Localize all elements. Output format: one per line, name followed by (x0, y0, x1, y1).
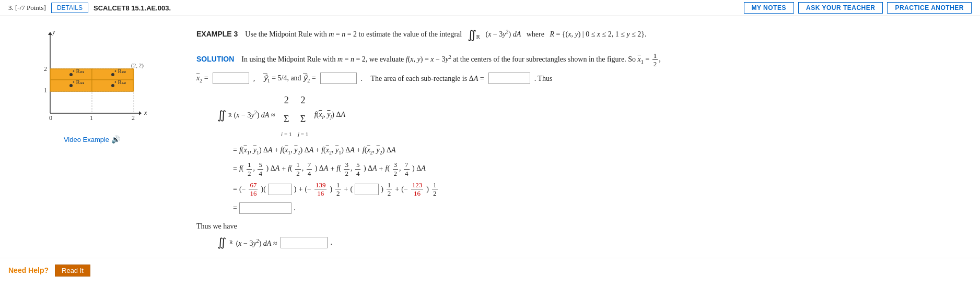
points-label: 3. [-/7 Points] (8, 4, 46, 12)
final-answer-input[interactable] (239, 202, 291, 214)
final-eq-row: = . (233, 201, 972, 215)
graph-svg: • R₁₁ • R₁₂ • R₂₁ • R₂₂ (2, 2) 0 1 2 x y… (29, 25, 155, 129)
thus-we-have-line: Thus we have (196, 220, 972, 233)
box1-input[interactable] (268, 184, 292, 195)
equals2: = (233, 162, 237, 176)
problem-id: SCALCET8 15.1.AE.003. (94, 4, 171, 12)
example-header: EXAMPLE 3 Use the Midpoint Rule with m =… (196, 25, 972, 45)
computed-row: = (− 67 16 )( ) + (− 139 16 ) 1 2 (233, 181, 972, 198)
period1: . (361, 72, 363, 85)
video-link[interactable]: Video Example 🔊 (64, 135, 120, 143)
frac-67-16: 67 16 (249, 181, 258, 198)
thus-we-have-label: Thus we have (196, 222, 237, 230)
label-R22: • R₂₂ (114, 68, 126, 74)
example-intro: Use the Midpoint Rule with m = n = 2 to … (245, 30, 463, 38)
audio-icon: 🔊 (111, 135, 120, 143)
ask-teacher-button[interactable]: ASK YOUR TEACHER (798, 2, 883, 14)
final-int-sub-R: R (229, 239, 233, 245)
f-term4: f( 32, 74 ) ΔA (386, 161, 426, 177)
half1: 1 2 (335, 181, 341, 198)
x-origin: 0 (49, 114, 52, 122)
x2-input[interactable] (213, 73, 249, 84)
solution-line1: SOLUTION In using the Midpoint Rule with… (196, 52, 972, 68)
f-term1: f( 12, 54 ) ΔA (239, 161, 279, 177)
main-content: • R₁₁ • R₁₂ • R₂₁ • R₂₂ (2, 2) 0 1 2 x y… (0, 16, 980, 258)
y-2-label: 2 (44, 65, 47, 73)
point-22-label: (2, 2) (131, 62, 144, 69)
double-integral-symbol: ∬ (468, 28, 476, 41)
practice-another-button[interactable]: PRACTICE ANOTHER (887, 2, 972, 14)
half2: 1 2 (387, 181, 392, 198)
expansion-row: = f(x1, y1) ΔA + f(x1, y2) ΔA + f(x2, y1… (233, 143, 972, 158)
final-integral-row: ∬R (x − 3y2) dA ≈ . (217, 236, 972, 249)
sum-i: 2 Σ i = 1 (281, 91, 291, 140)
expansion-terms: f(x1, y1) ΔA + f(x1, y2) ΔA + f(x2, y1) … (239, 143, 396, 158)
frac-123-16: 123 16 (411, 181, 424, 198)
y2-input[interactable] (320, 73, 357, 84)
x-axis-arrow (139, 111, 142, 115)
sum-equation-block: ∬R (x − 3y2) dA ≈ 2 Σ i = 1 2 Σ j = 1 f(… (217, 91, 972, 215)
need-help-bar: Need Help? Read It (0, 258, 980, 283)
equals1: = (233, 143, 237, 158)
x-axis-label: x (144, 109, 147, 116)
label-R12: • R₁₂ (114, 79, 126, 85)
y-axis-arrow (48, 32, 52, 35)
f-sum-term: f(xi, yj) ΔA (314, 107, 345, 123)
half3: 1 2 (432, 181, 438, 198)
x-1-label: 1 (90, 114, 93, 122)
x2-bar-eq: x2 = (196, 71, 208, 86)
y-1-label: 1 (44, 87, 47, 94)
paren-open1: (− (239, 182, 246, 197)
top-bar: 3. [-/7 Points] DETAILS SCALCET8 15.1.AE… (0, 0, 980, 16)
integrand2: (x − 3y2) dA ≈ (234, 107, 275, 123)
comma1: , (253, 72, 255, 85)
integral-sub-R: R (476, 33, 480, 40)
need-help-label: Need Help? (8, 266, 49, 274)
x-2-label: 2 (132, 114, 135, 122)
delta-a-input[interactable] (488, 73, 530, 84)
video-label: Video Example (64, 136, 109, 143)
f-term3: f( 32, 54 ) ΔA (336, 161, 377, 177)
numeric-row: = f( 12, 54 ) ΔA + f( 12, 74 ) ΔA + f( (233, 161, 972, 177)
graph-container: • R₁₁ • R₁₂ • R₂₁ • R₂₂ (2, 2) 0 1 2 x y… (29, 25, 155, 129)
right-panel: EXAMPLE 3 Use the Midpoint Rule with m =… (186, 25, 972, 249)
my-notes-button[interactable]: MY NOTES (744, 2, 794, 14)
read-it-button[interactable]: Read It (55, 265, 90, 277)
final-integrand: (x − 3y2) dA ≈ (236, 238, 277, 248)
left-panel: • R₁₁ • R₁₂ • R₂₁ • R₂₂ (2, 2) 0 1 2 x y… (8, 25, 176, 249)
details-button[interactable]: DETAILS (51, 3, 88, 13)
integrand: (x − 3y2) dA (485, 30, 521, 38)
y1-bar-eq: ȳ1 = 5/4, and ȳ2 = (263, 71, 316, 86)
y-axis-label: y (52, 28, 55, 35)
frac-139-16: 139 16 (314, 181, 327, 198)
final-integral-input[interactable] (281, 237, 328, 248)
x1-bar: x1 = 12, (638, 55, 661, 63)
top-bar-right: MY NOTES ASK YOUR TEACHER PRACTICE ANOTH… (744, 2, 972, 14)
double-int-approx: ∬ (217, 104, 226, 127)
label-R21: • R₂₁ (73, 68, 84, 74)
final-double-int: ∬ (217, 236, 226, 249)
solution-line2: x2 = , ȳ1 = 5/4, and ȳ2 = . The area of … (196, 71, 972, 86)
top-bar-left: 3. [-/7 Points] DETAILS SCALCET8 15.1.AE… (8, 3, 171, 13)
int-sub-R2: R (228, 110, 232, 121)
sum-j: 2 Σ j = 1 (298, 91, 308, 140)
box2-input[interactable] (355, 184, 379, 195)
f-term2: f( 12, 74 ) ΔA (288, 161, 328, 177)
delta-a-label: The area of each sub-rectangle is ΔA = (371, 72, 484, 85)
period2: . Thus (534, 72, 553, 85)
solution-label: SOLUTION (196, 55, 234, 63)
example-label: EXAMPLE 3 (196, 30, 238, 38)
label-R11: • R₁₁ (73, 79, 84, 85)
sum-row: ∬R (x − 3y2) dA ≈ 2 Σ i = 1 2 Σ j = 1 f(… (217, 91, 972, 140)
